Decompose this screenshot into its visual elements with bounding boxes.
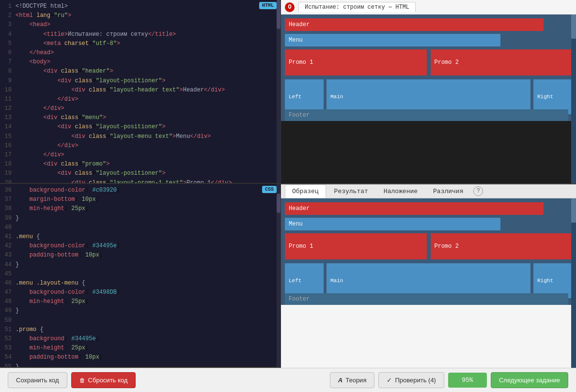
- preview-promo-row: Promo 1 Promo 2: [285, 49, 572, 75]
- comp-footer: Footer: [285, 293, 568, 305]
- preview-panel: O Испытание: строим сетку — HTML Header …: [281, 0, 576, 368]
- css-line: 48 min-height: 25px;: [0, 297, 280, 306]
- preview-top-scroll: Header Menu Promo 1 Promo 2 Left Main Ri…: [281, 15, 576, 183]
- tab-sample[interactable]: Образец: [285, 184, 326, 198]
- preview-promo2: Promo 2: [431, 49, 573, 75]
- preview-menu: Menu: [285, 34, 500, 46]
- code-panel: HTML 1<!DOCTYPE html> 2<html lang="ru"> …: [0, 0, 281, 368]
- css-line: 44}: [0, 260, 280, 270]
- css-line: 55}: [0, 362, 280, 367]
- css-scrollbar-thumb[interactable]: [277, 194, 280, 213]
- browser-bar: O Испытание: строим сетку — HTML: [281, 0, 576, 15]
- css-line: 53 min-height: 25px;: [0, 344, 280, 353]
- css-code-content[interactable]: 36 background-color: #c03920; 37 margin-…: [0, 184, 280, 367]
- tab-overlay[interactable]: Наложение: [376, 184, 425, 198]
- reset-button[interactable]: Сбросить код: [71, 372, 136, 388]
- theory-book-icon: A: [338, 377, 342, 384]
- css-line: 46.menu .layout-menu {: [0, 279, 280, 288]
- css-line: 50: [0, 316, 280, 325]
- css-line: 39}: [0, 214, 280, 223]
- preview-layout-bottom: Header Menu Promo 1 Promo 2 Left Main Ri…: [285, 202, 572, 298]
- html-scrollbar[interactable]: [277, 0, 280, 183]
- preview-header: Header: [285, 18, 544, 31]
- code-line: 14 <div class="layout-positioner">: [0, 122, 280, 132]
- css-line: 36 background-color: #c03920;: [0, 186, 280, 195]
- comparison-panel: Образец Результат Наложение Различия ? H…: [281, 184, 576, 368]
- theory-label: Теория: [345, 377, 366, 384]
- css-line: 47 background-color: #3498DB;: [0, 288, 280, 297]
- comp-promo2: Promo 2: [431, 233, 573, 259]
- save-button[interactable]: Сохранить код: [8, 372, 67, 388]
- reset-label: Сбросить код: [88, 377, 128, 384]
- css-line: 52 background: #34495e;: [0, 334, 280, 344]
- preview-footer: Footer: [285, 109, 568, 121]
- css-line: 45: [0, 270, 280, 279]
- main-area: HTML 1<!DOCTYPE html> 2<html lang="ru"> …: [0, 0, 576, 368]
- css-line: 54 padding-bottom: 10px;: [0, 353, 280, 362]
- browser-preview: O Испытание: строим сетку — HTML Header …: [281, 0, 576, 184]
- html-code-content[interactable]: 1<!DOCTYPE html> 2<html lang="ru"> 3 <he…: [0, 0, 280, 183]
- browser-tab[interactable]: Испытание: строим сетку — HTML: [298, 2, 416, 12]
- preview-promo1: Promo 1: [285, 49, 427, 75]
- theory-button[interactable]: A Теория: [330, 372, 375, 388]
- comparison-scroll: Header Menu Promo 1 Promo 2 Left Main Ri…: [281, 198, 576, 368]
- css-line: 49}: [0, 306, 280, 316]
- comp-promo1: Promo 1: [285, 233, 427, 259]
- code-line: 8 <div class="header">: [0, 67, 280, 76]
- bottom-toolbar: Сохранить код Сбросить код A Теория ✓ Пр…: [0, 368, 576, 392]
- css-line: 38 min-height: 25px;: [0, 204, 280, 213]
- css-line: 42 background-color: #34495e;: [0, 241, 280, 251]
- tab-result[interactable]: Результат: [327, 184, 375, 198]
- code-line: 12 </div>: [0, 104, 280, 113]
- css-line: 43 padding-bottom: 10px;: [0, 251, 280, 260]
- html-editor[interactable]: HTML 1<!DOCTYPE html> 2<html lang="ru"> …: [0, 0, 280, 184]
- css-line: 37 margin-bottom: 10px;: [0, 195, 280, 204]
- code-line: 20 <div class="layout-promo-1 text">Prom…: [0, 179, 280, 183]
- preview-top-scrollbar[interactable]: [571, 15, 576, 183]
- code-line: 9 <div class="layout-positioner">: [0, 76, 280, 86]
- css-badge: CSS: [262, 186, 277, 193]
- code-line: 18 <div class="promo">: [0, 160, 280, 169]
- tab-diff[interactable]: Различия: [426, 184, 470, 198]
- css-line: 41.menu {: [0, 232, 280, 241]
- opera-icon: O: [285, 2, 295, 12]
- progress-bar: 95%: [448, 373, 487, 388]
- comp-header: Header: [285, 202, 544, 215]
- css-line: 51.promo {: [0, 325, 280, 334]
- check-checkmark-icon: ✓: [387, 377, 392, 384]
- preview-top-scrollbar-thumb[interactable]: [571, 15, 576, 39]
- browser-content: Header Menu Promo 1 Promo 2 Left Main Ri…: [281, 15, 576, 121]
- css-editor[interactable]: CSS 36 background-color: #c03920; 37 mar…: [0, 184, 280, 368]
- comp-promo-row: Promo 1 Promo 2: [285, 233, 572, 259]
- code-line: 13 <div class="menu">: [0, 113, 280, 122]
- html-badge: HTML: [259, 2, 277, 9]
- next-button[interactable]: Следующее задание: [491, 372, 568, 388]
- preview-layout-top: Header Menu Promo 1 Promo 2 Left Main Ri…: [285, 18, 572, 114]
- code-line: 5 <meta charset="utf-8">: [0, 39, 280, 48]
- code-line: 17 </div>: [0, 151, 280, 160]
- code-line: 16 </div>: [0, 141, 280, 151]
- html-scrollbar-thumb[interactable]: [277, 0, 280, 29]
- left-toolbar: Сохранить код Сбросить код: [8, 372, 136, 388]
- tab-help[interactable]: ?: [473, 186, 483, 196]
- check-button[interactable]: ✓ Проверить (4): [378, 372, 444, 388]
- code-line: 3 <head>: [0, 20, 280, 30]
- comparison-scrollbar[interactable]: [571, 198, 576, 368]
- code-line: 4 <title>Испытание: строим сетку</title>: [0, 30, 280, 39]
- code-line: 10 <div class="layout-header text">Heade…: [0, 86, 280, 95]
- code-line: 19 <div class="layout-positioner">: [0, 169, 280, 178]
- trash-icon: [79, 377, 85, 384]
- code-line: 7 <body>: [0, 58, 280, 67]
- comparison-tabs: Образец Результат Наложение Различия ?: [281, 184, 576, 198]
- comparison-content: Header Menu Promo 1 Promo 2 Left Main Ri…: [281, 198, 576, 305]
- css-line: 40: [0, 223, 280, 232]
- check-label: Проверить (4): [395, 377, 436, 384]
- code-line: 6 </head>: [0, 48, 280, 58]
- code-line: 2<html lang="ru">: [0, 11, 280, 20]
- css-scrollbar[interactable]: [277, 184, 280, 367]
- right-toolbar: A Теория ✓ Проверить (4) 95% Следующее з…: [330, 372, 568, 388]
- code-line: 11 </div>: [0, 95, 280, 104]
- code-line: 15 <div class="layout-menu text">Menu</d…: [0, 132, 280, 141]
- comparison-scrollbar-thumb[interactable]: [571, 198, 576, 223]
- comp-menu: Menu: [285, 218, 500, 230]
